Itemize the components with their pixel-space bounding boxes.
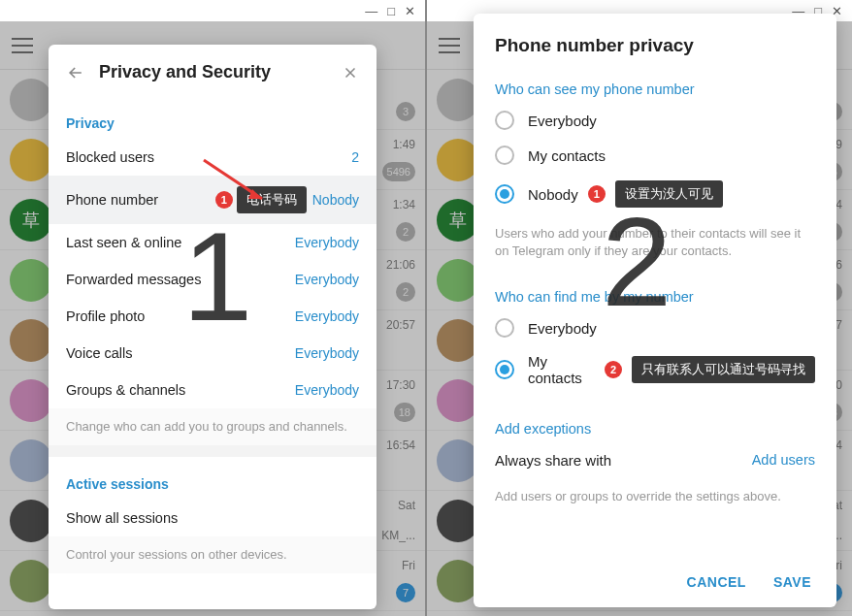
row-show-sessions[interactable]: Show all sessions — [49, 500, 377, 536]
phone-number-privacy-modal: Phone number privacy Who can see my phon… — [474, 14, 836, 607]
row-always-share[interactable]: Always share with Add users — [474, 442, 836, 478]
modal-title: Phone number privacy — [474, 14, 836, 62]
radio-everybody-see[interactable]: Everybody — [474, 103, 836, 138]
back-arrow-icon[interactable] — [66, 63, 85, 82]
section-sessions: Active sessions — [49, 457, 377, 500]
row-label: Forwarded messages — [66, 272, 201, 287]
row-label: Show all sessions — [66, 510, 178, 526]
radio-contacts-see[interactable]: My contacts — [474, 138, 836, 173]
radio-contacts-find[interactable]: My contacts 2 只有联系人可以通过号码寻找 — [474, 345, 836, 394]
close-icon[interactable] — [342, 64, 359, 81]
row-value: 2 — [351, 149, 359, 165]
radio-label: My contacts — [528, 147, 606, 164]
titlebar: — □ ✕ — [0, 0, 425, 21]
row-value: Everybody — [295, 382, 359, 398]
row-voice-calls[interactable]: Voice calls Everybody — [49, 335, 377, 372]
section-privacy: Privacy — [49, 96, 377, 139]
row-last-seen[interactable]: Last seen & online Everybody — [49, 224, 377, 261]
minimize-button[interactable]: — — [365, 4, 377, 18]
row-label: Profile photo — [66, 308, 145, 324]
radio-icon-checked — [495, 360, 514, 379]
annotation-tooltip-2: 只有联系人可以通过号码寻找 — [632, 356, 815, 383]
subheading-who-see: Who can see my phone number — [474, 62, 836, 103]
privacy-security-modal: Privacy and Security Privacy Blocked use… — [49, 45, 377, 609]
radio-icon — [495, 146, 514, 165]
helper-who-see: Users who add your number to their conta… — [474, 215, 836, 270]
annotation-badge-2: 2 — [605, 361, 622, 378]
radio-label: Everybody — [528, 320, 597, 337]
radio-icon-checked — [495, 184, 514, 204]
row-value: Everybody — [295, 308, 359, 324]
radio-label: My contacts — [528, 353, 595, 386]
radio-label: Everybody — [528, 113, 597, 129]
radio-nobody-see[interactable]: Nobody 1 设置为没人可见 — [474, 173, 836, 215]
annotation-arrow — [194, 150, 281, 209]
row-label: Voice calls — [66, 345, 133, 361]
row-value: Everybody — [295, 272, 359, 287]
row-label: Groups & channels — [66, 382, 185, 398]
app-window-left: — □ ✕ 31:495496草1:34221:06220:5717:30181… — [0, 0, 425, 616]
helper-exceptions: Add users or groups to override the sett… — [474, 478, 836, 515]
close-window-button[interactable]: ✕ — [405, 4, 415, 18]
radio-icon — [495, 318, 514, 338]
row-value: Nobody — [312, 192, 359, 208]
app-window-right: — □ ✕ 31:495496草1:34221:06220:5717:30181… — [427, 0, 852, 616]
row-label: Blocked users — [66, 149, 154, 165]
row-value: Everybody — [295, 345, 359, 361]
modal-title: Privacy and Security — [99, 62, 342, 82]
row-groups-channels[interactable]: Groups & channels Everybody — [49, 372, 377, 408]
divider — [49, 445, 377, 457]
subheading-who-find: Who can find me by my number — [474, 270, 836, 310]
radio-everybody-find[interactable]: Everybody — [474, 310, 836, 345]
row-forwarded[interactable]: Forwarded messages Everybody — [49, 261, 377, 298]
annotation-badge-1: 1 — [588, 185, 606, 203]
row-profile-photo[interactable]: Profile photo Everybody — [49, 298, 377, 335]
annotation-tooltip-1: 设置为没人可见 — [615, 180, 723, 208]
cancel-button[interactable]: CANCEL — [687, 574, 746, 590]
maximize-button[interactable]: □ — [387, 4, 395, 18]
add-users-link[interactable]: Add users — [752, 452, 815, 469]
helper-sessions: Control your sessions on other devices. — [49, 536, 377, 573]
subheading-exceptions: Add exceptions — [474, 394, 836, 442]
row-label: Always share with — [495, 452, 611, 469]
row-label: Phone number — [66, 192, 158, 208]
row-value: Everybody — [295, 235, 359, 250]
radio-label: Nobody — [528, 186, 578, 203]
save-button[interactable]: SAVE — [773, 574, 811, 590]
radio-icon — [495, 111, 514, 130]
row-label: Last seen & online — [66, 235, 181, 250]
helper-groups: Change who can add you to groups and cha… — [49, 408, 377, 445]
